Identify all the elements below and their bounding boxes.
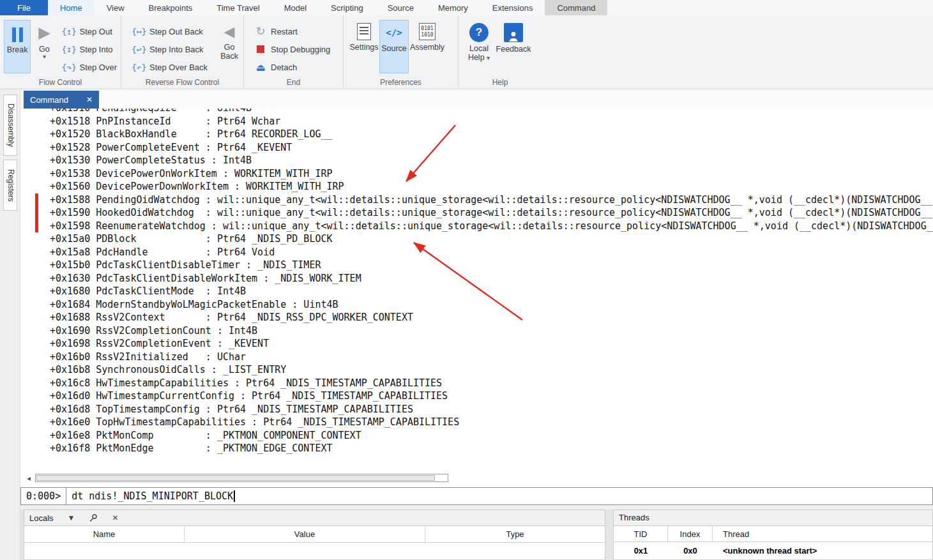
restart-label: Restart xyxy=(271,27,298,36)
step-out-button[interactable]: {↥} Step Out xyxy=(57,22,121,40)
locals-panel: Locals ▼ ✕ Name Value Type xyxy=(24,510,605,560)
thread-index: 0x0 xyxy=(668,542,713,559)
group-label-help: Help xyxy=(459,78,542,87)
command-document-tab[interactable]: Command ✕ xyxy=(24,91,99,109)
command-input-row: 0:000> dt ndis!_NDIS_MINIPORT_BLOCK xyxy=(20,487,933,505)
ribbon: Break ▶ Go ▾ {↥} Step Out {↧} Step Into … xyxy=(0,15,933,89)
tab-command[interactable]: Command xyxy=(545,0,607,15)
step-over-back-button[interactable]: {↶} Step Over Back xyxy=(128,58,211,76)
tab-extensions[interactable]: Extensions xyxy=(480,0,545,15)
detach-icon: ⏏ xyxy=(254,61,267,73)
group-reverse-flow-control: {↤} Step Out Back {↩} Step Into Back {↶}… xyxy=(121,15,244,89)
step-out-back-label: Step Out Back xyxy=(149,27,203,36)
settings-label: Settings xyxy=(349,43,378,52)
step-over-button[interactable]: {↷} Step Over xyxy=(57,58,121,76)
restart-button[interactable]: ↻ Restart xyxy=(250,22,334,40)
break-label: Break xyxy=(7,45,28,54)
scroll-left-arrow-icon[interactable]: ◂ xyxy=(24,474,34,483)
feedback-person-icon xyxy=(504,23,523,42)
restart-icon: ↻ xyxy=(254,24,267,38)
assembly-icon: 0101 1010 xyxy=(419,23,436,40)
scrollbar-track[interactable] xyxy=(35,474,448,482)
step-into-icon: {↧} xyxy=(61,45,75,54)
thread-row[interactable]: 0x1 0x0 <unknown thread start> xyxy=(613,542,933,559)
horizontal-scrollbar[interactable]: ◂ xyxy=(24,473,448,483)
step-out-back-icon: {↤} xyxy=(132,27,146,36)
sidebar-tab-registers[interactable]: Registers xyxy=(3,160,17,211)
tab-source[interactable]: Source xyxy=(375,0,426,15)
tab-time-travel[interactable]: Time Travel xyxy=(204,0,271,15)
locals-body xyxy=(24,543,605,560)
tab-scripting[interactable]: Scripting xyxy=(319,0,375,15)
step-over-icon: {↷} xyxy=(61,63,75,72)
go-back-button[interactable]: ◀ Go Back xyxy=(216,20,242,73)
tab-model[interactable]: Model xyxy=(272,0,319,15)
settings-icon xyxy=(357,23,371,40)
feedback-button[interactable]: Feedback xyxy=(494,20,533,73)
locals-col-type[interactable]: Type xyxy=(425,526,605,542)
stop-debugging-label: Stop Debugging xyxy=(271,45,330,54)
annotation-highlight-bar xyxy=(35,193,38,232)
tab-memory[interactable]: Memory xyxy=(426,0,480,15)
detach-label: Detach xyxy=(271,63,297,72)
panel-gap xyxy=(605,510,613,560)
play-icon: ▶ xyxy=(38,23,50,42)
pane-splitter[interactable] xyxy=(20,505,933,510)
step-into-back-icon: {↩} xyxy=(132,45,146,54)
threads-col-thread[interactable]: Thread xyxy=(713,526,932,542)
help-icon: ? xyxy=(469,23,489,42)
locals-column-headers: Name Value Type xyxy=(24,526,605,543)
settings-button[interactable]: Settings xyxy=(349,20,379,73)
locals-col-name[interactable]: Name xyxy=(24,526,185,542)
group-label-flow-control: Flow Control xyxy=(0,78,121,87)
source-mode-label: Source xyxy=(381,44,407,53)
document-tab-strip: Command ✕ xyxy=(0,89,933,109)
detach-button[interactable]: ⏏ Detach xyxy=(250,58,334,76)
step-into-back-label: Step Into Back xyxy=(149,45,204,54)
local-help-button[interactable]: ? Local Help ▾ xyxy=(464,20,494,73)
pin-icon[interactable] xyxy=(89,513,98,522)
tab-breakpoints[interactable]: Breakpoints xyxy=(137,0,205,15)
thread-name: <unknown thread start> xyxy=(713,542,932,559)
ribbon-tab-bar: File Home View Breakpoints Time Travel M… xyxy=(0,0,933,15)
step-into-back-button[interactable]: {↩} Step Into Back xyxy=(128,40,211,58)
threads-title: Threads xyxy=(619,513,649,522)
threads-column-headers: TID Index Thread xyxy=(613,526,933,543)
command-input[interactable]: dt ndis!_NDIS_MINIPORT_BLOCK xyxy=(66,488,234,504)
go-button[interactable]: ▶ Go ▾ xyxy=(31,20,57,73)
step-over-back-label: Step Over Back xyxy=(149,63,208,72)
group-end: ↻ Restart Stop Debugging ⏏ Detach End xyxy=(244,15,344,89)
locals-col-value[interactable]: Value xyxy=(185,526,425,542)
bottom-dock: Locals ▼ ✕ Name Value Type Threads TID I… xyxy=(20,510,933,560)
group-flow-control: Break ▶ Go ▾ {↥} Step Out {↧} Step Into … xyxy=(0,15,121,89)
stop-debugging-button[interactable]: Stop Debugging xyxy=(250,40,334,58)
tab-file[interactable]: File xyxy=(0,0,48,15)
command-output-pane[interactable]: +0x1510 PendingReqSize : Uint4B +0x1518 … xyxy=(20,109,933,473)
step-over-back-icon: {↶} xyxy=(132,63,146,72)
threads-col-index[interactable]: Index xyxy=(668,526,713,542)
group-label-preferences: Preferences xyxy=(344,78,458,87)
command-output-text: +0x1510 PendingReqSize : Uint4B +0x1518 … xyxy=(50,109,933,455)
chevron-down-icon: ▾ xyxy=(487,54,490,61)
close-icon[interactable]: ✕ xyxy=(86,95,93,104)
left-dock-rail: Disassembly Registers xyxy=(0,89,20,560)
step-into-button[interactable]: {↧} Step Into xyxy=(57,40,121,58)
threads-col-tid[interactable]: TID xyxy=(614,526,668,542)
group-label-end: End xyxy=(244,78,343,87)
close-icon[interactable]: ✕ xyxy=(112,513,118,522)
chevron-down-icon[interactable]: ▼ xyxy=(68,513,75,522)
break-button[interactable]: Break xyxy=(4,20,31,73)
group-preferences: Settings </> Source 0101 1010 Assembly P… xyxy=(344,15,459,89)
tab-view[interactable]: View xyxy=(95,0,137,15)
feedback-label: Feedback xyxy=(496,45,531,54)
assembly-mode-button[interactable]: 0101 1010 Assembly xyxy=(409,20,446,73)
scrollbar-thumb[interactable] xyxy=(36,475,435,481)
thread-tid: 0x1 xyxy=(614,542,668,559)
go-back-label: Go Back xyxy=(218,43,240,61)
source-mode-button[interactable]: </> Source xyxy=(379,20,409,73)
go-label: Go xyxy=(39,45,50,54)
step-out-label: Step Out xyxy=(79,27,112,36)
sidebar-tab-disassembly[interactable]: Disassembly xyxy=(3,95,17,156)
step-out-back-button[interactable]: {↤} Step Out Back xyxy=(128,22,211,40)
tab-home[interactable]: Home xyxy=(48,0,95,15)
